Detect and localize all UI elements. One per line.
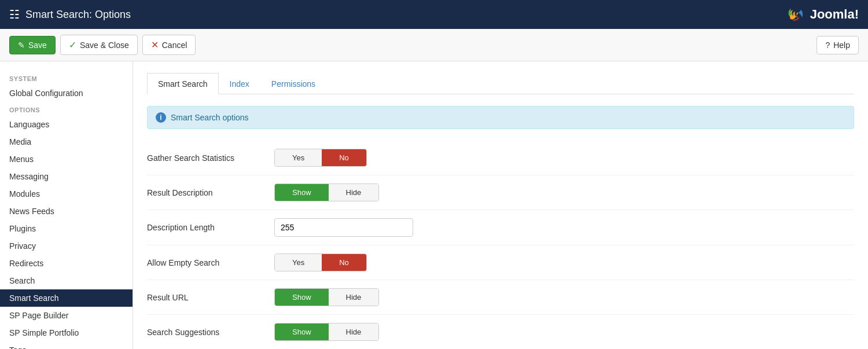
toggle-result-description[interactable]: Show Hide [274, 183, 379, 201]
info-box: i Smart Search options [147, 106, 854, 129]
content-area: Smart Search Index Permissions i Smart S… [133, 61, 868, 349]
help-label: Help [833, 41, 850, 50]
sidebar-item-global-configuration[interactable]: Global Configuration [0, 85, 133, 102]
toggle-result-url[interactable]: Show Hide [274, 288, 379, 306]
save-close-button[interactable]: ✓ Save & Close [60, 35, 138, 55]
form-row-result-url: Result URL Show Hide [147, 280, 854, 315]
sidebar-item-smart-search[interactable]: Smart Search [0, 289, 133, 307]
sidebar-item-media[interactable]: Media [0, 133, 133, 150]
label-result-description: Result Description [147, 188, 274, 197]
tabs: Smart Search Index Permissions [147, 73, 854, 94]
toggle-gather-search-statistics[interactable]: Yes No [274, 149, 367, 167]
sidebar-item-modules[interactable]: Modules [0, 185, 133, 203]
sidebar-item-menus[interactable]: Menus [0, 150, 133, 168]
sidebar-item-sp-simple-portfolio[interactable]: SP Simple Portfolio [0, 324, 133, 341]
save-icon: ✎ [18, 41, 25, 50]
toggle-hide-result-url[interactable]: Hide [329, 289, 379, 306]
toggle-yes-gather-search-statistics[interactable]: Yes [275, 149, 322, 166]
label-search-suggestions: Search Suggestions [147, 328, 274, 337]
sidebar-item-tags[interactable]: Tags [0, 341, 133, 349]
joomla-logo: Joomla! [784, 3, 859, 26]
grid-icon: ☷ [9, 8, 20, 21]
x-icon: ✕ [151, 39, 159, 50]
svg-point-0 [784, 3, 806, 25]
main-layout: SYSTEM Global Configuration OPTIONS Lang… [0, 61, 868, 349]
joomla-logo-text: Joomla! [810, 7, 859, 22]
page-title: Smart Search: Options [25, 9, 131, 21]
save-label: Save [28, 41, 47, 50]
toggle-show-search-suggestions[interactable]: Show [275, 324, 329, 340]
label-gather-search-statistics: Gather Search Statistics [147, 153, 274, 163]
toggle-hide-search-suggestions[interactable]: Hide [329, 324, 379, 340]
sidebar-item-redirects[interactable]: Redirects [0, 255, 133, 272]
sidebar-item-search[interactable]: Search [0, 272, 133, 289]
toggle-hide-result-description[interactable]: Hide [329, 184, 379, 201]
label-allow-empty-search: Allow Empty Search [147, 258, 274, 267]
form-row-gather-search-statistics: Gather Search Statistics Yes No [147, 141, 854, 175]
sidebar: SYSTEM Global Configuration OPTIONS Lang… [0, 61, 133, 349]
toggle-show-result-url[interactable]: Show [275, 289, 329, 306]
sidebar-item-languages[interactable]: Languages [0, 116, 133, 133]
sidebar-item-messaging[interactable]: Messaging [0, 168, 133, 185]
info-box-text: Smart Search options [171, 113, 249, 122]
label-description-length: Description Length [147, 223, 274, 232]
sidebar-item-plugins[interactable]: Plugins [0, 220, 133, 237]
toolbar: ✎ Save ✓ Save & Close ✕ Cancel ? Help [0, 29, 868, 61]
form-row-result-description: Result Description Show Hide [147, 175, 854, 210]
toggle-search-suggestions[interactable]: Show Hide [274, 323, 379, 341]
input-description-length[interactable] [274, 218, 413, 237]
form-row-description-length: Description Length [147, 210, 854, 245]
save-close-label: Save & Close [80, 41, 129, 50]
sidebar-options-label: OPTIONS [0, 102, 133, 116]
top-bar-left: ☷ Smart Search: Options [9, 8, 131, 21]
check-icon: ✓ [69, 39, 76, 50]
form-row-search-suggestions: Search Suggestions Show Hide [147, 315, 854, 349]
top-bar: ☷ Smart Search: Options Joomla! [0, 0, 868, 29]
tab-index[interactable]: Index [219, 73, 260, 94]
info-icon: i [156, 112, 166, 123]
tab-permissions[interactable]: Permissions [260, 73, 326, 94]
toggle-allow-empty-search[interactable]: Yes No [274, 254, 367, 271]
toggle-yes-allow-empty-search[interactable]: Yes [275, 254, 322, 271]
joomla-flame-icon [784, 3, 807, 26]
help-button[interactable]: ? Help [816, 36, 859, 54]
sidebar-item-news-feeds[interactable]: News Feeds [0, 203, 133, 220]
save-button[interactable]: ✎ Save [9, 36, 56, 54]
cancel-label: Cancel [162, 41, 187, 50]
sidebar-system-label: SYSTEM [0, 71, 133, 85]
question-icon: ? [825, 41, 830, 50]
sidebar-item-sp-page-builder[interactable]: SP Page Builder [0, 307, 133, 324]
toggle-show-result-description[interactable]: Show [275, 184, 329, 201]
toggle-no-gather-search-statistics[interactable]: No [322, 149, 366, 166]
tab-smart-search[interactable]: Smart Search [147, 73, 219, 94]
toggle-no-allow-empty-search[interactable]: No [322, 254, 366, 271]
form-row-allow-empty-search: Allow Empty Search Yes No [147, 245, 854, 280]
cancel-button[interactable]: ✕ Cancel [142, 35, 196, 55]
label-result-url: Result URL [147, 293, 274, 302]
sidebar-item-privacy[interactable]: Privacy [0, 237, 133, 255]
